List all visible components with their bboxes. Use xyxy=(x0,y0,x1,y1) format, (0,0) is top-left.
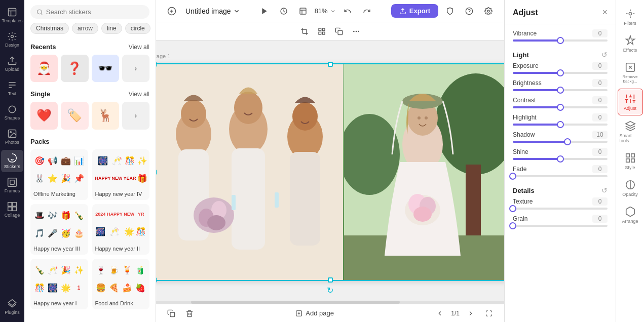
horizontal-scrollbar[interactable] xyxy=(156,301,504,304)
pack-name: Happy new year I xyxy=(30,299,88,309)
svg-point-40 xyxy=(207,215,225,230)
canvas-wrapper: Page 1 xyxy=(156,41,504,304)
settings-icon[interactable] xyxy=(481,4,496,19)
fit-screen-button[interactable] xyxy=(482,306,496,320)
sidebar-item-text[interactable]: Text xyxy=(1,77,23,99)
rotate-handle[interactable]: ↻ xyxy=(325,285,335,295)
brightness-slider[interactable] xyxy=(513,89,608,91)
redo-button[interactable] xyxy=(359,4,374,19)
tag-line[interactable]: line xyxy=(101,23,122,34)
tag-christmas[interactable]: Christmas xyxy=(30,23,69,34)
sticker-item[interactable]: 🕶️ xyxy=(92,55,119,82)
sidebar-item-templates[interactable]: Templates xyxy=(1,4,23,26)
undo-button[interactable] xyxy=(340,4,355,19)
highlight-slider[interactable] xyxy=(513,124,608,126)
timer-icon[interactable] xyxy=(276,4,291,19)
adjust-title: Adjust xyxy=(513,8,538,17)
sticker-item[interactable]: 🎅 xyxy=(30,55,58,82)
arrange-button[interactable]: Arrange xyxy=(618,202,643,228)
adjust-close-button[interactable]: × xyxy=(602,7,608,18)
sticker-next[interactable]: › xyxy=(122,55,149,82)
chevron-down-icon xyxy=(233,8,240,15)
sidebar-item-shapes[interactable]: Shapes xyxy=(1,101,23,124)
opacity-button[interactable]: Opacity xyxy=(618,175,643,201)
sidebar-item-collage[interactable]: Collage xyxy=(1,198,23,221)
remove-bg-button[interactable]: Remove backg... xyxy=(618,58,643,88)
filters-button[interactable]: Filters xyxy=(618,4,643,30)
add-page-button[interactable]: Add page xyxy=(290,307,339,319)
more-icon[interactable] xyxy=(349,24,363,38)
collage-image-left[interactable] xyxy=(156,63,343,281)
collage-image-right[interactable] xyxy=(343,63,505,281)
svg-point-55 xyxy=(418,116,421,119)
doc-title[interactable]: Untitled image xyxy=(185,7,240,15)
texture-slider[interactable] xyxy=(513,208,608,210)
sidebar-item-plugins[interactable]: Plugins xyxy=(1,296,23,318)
prev-page-button[interactable] xyxy=(433,306,447,320)
layout-icon[interactable] xyxy=(295,4,311,19)
svg-point-17 xyxy=(487,10,489,12)
shield-icon[interactable] xyxy=(442,4,458,19)
light-reset-button[interactable]: ↺ xyxy=(601,51,608,59)
vibrance-slider[interactable] xyxy=(513,39,608,42)
shadow-slider[interactable] xyxy=(513,141,608,143)
effects-button[interactable]: Effects xyxy=(618,31,643,57)
single-view-all[interactable]: View all xyxy=(129,91,149,98)
canvas-scroll[interactable]: Page 1 xyxy=(156,41,504,304)
crop-icon[interactable] xyxy=(297,24,312,38)
texture-value: 0 xyxy=(592,197,608,206)
pack-happy-new-year-iii[interactable]: 🎩🎶 🎁🍾 🎵🎤 🥳🎂 Happy new year III xyxy=(30,204,88,255)
exposure-slider[interactable] xyxy=(513,72,608,74)
sticker-item[interactable]: 🏷️ xyxy=(61,102,88,129)
search-input[interactable] xyxy=(46,8,143,16)
sticker-item[interactable]: 🦌 xyxy=(92,102,119,129)
contrast-label: Contrast xyxy=(513,97,536,104)
search-input-wrap[interactable] xyxy=(30,5,149,19)
pack-name: Happy new year III xyxy=(30,245,88,255)
exposure-row: Exposure 0 xyxy=(513,62,608,74)
sidebar-item-design[interactable]: Design xyxy=(1,28,23,51)
scroll-thumb[interactable] xyxy=(191,301,400,304)
zoom-control[interactable]: 81% xyxy=(315,7,336,15)
play-button[interactable] xyxy=(257,4,272,19)
sidebar-item-upload[interactable]: Upload xyxy=(1,53,23,75)
shine-slider[interactable] xyxy=(513,158,608,160)
svg-rect-63 xyxy=(626,159,629,162)
tag-circle[interactable]: circle xyxy=(125,23,150,34)
copy-icon[interactable] xyxy=(332,24,346,38)
sidebar-item-photos[interactable]: Photos xyxy=(1,126,23,148)
canvas-page[interactable]: ↻ xyxy=(156,63,504,281)
single-header: Single View all xyxy=(30,85,149,102)
delete-page-button[interactable] xyxy=(182,306,197,320)
fade-slider[interactable] xyxy=(513,175,608,177)
sticker-item[interactable]: ❓ xyxy=(61,55,88,82)
style-button[interactable]: Style xyxy=(618,148,643,174)
help-icon[interactable] xyxy=(462,4,477,19)
top-toolbar: Untitled image 81% xyxy=(156,0,504,22)
grain-slider[interactable] xyxy=(513,225,608,227)
svg-rect-10 xyxy=(13,207,17,211)
pack-happy-new-year-iv[interactable]: 🎆🥂 🎊✨ HAPPYNEW YEAR🎁 Happy new year IV xyxy=(92,149,150,200)
home-icon[interactable] xyxy=(164,4,179,19)
next-page-button[interactable] xyxy=(464,306,478,320)
sticker-item[interactable]: ❤️ xyxy=(30,102,58,129)
tag-arrow[interactable]: arrow xyxy=(72,23,98,34)
contrast-slider[interactable] xyxy=(513,106,608,108)
sticker-next[interactable]: › xyxy=(122,102,149,129)
page-number: 1/1 xyxy=(451,310,460,317)
pack-offline-marketing[interactable]: 🎯📢 💼📊 🐰⭐ 🎉📌 Offline Marketing xyxy=(30,149,88,200)
pack-food-drink[interactable]: 🍷🍺 🍹🧃 🍔🍕 🍰🍓 Food and Drink xyxy=(92,259,150,309)
export-button[interactable]: Export xyxy=(391,4,438,18)
copy-page-button[interactable] xyxy=(164,306,178,320)
recents-view-all[interactable]: View all xyxy=(129,44,149,51)
pack-happy-new-year-ii[interactable]: 2024 HAPPY NEW YR 🎆🥂 🌟🎊 Happy new year I… xyxy=(92,204,150,255)
smart-tools-button[interactable]: Smart tools xyxy=(618,116,643,147)
details-reset-button[interactable]: ↺ xyxy=(601,186,608,194)
adjust-button[interactable]: Adjust xyxy=(618,89,643,115)
grid-icon[interactable] xyxy=(315,24,329,38)
pack-happy-new-year-i[interactable]: 🍾🥂 🎉✨ 🎊🎆 🌟1 Happy new year I xyxy=(30,259,88,309)
svg-rect-18 xyxy=(319,28,321,31)
svg-point-32 xyxy=(234,92,262,124)
sidebar-item-stickers[interactable]: Stickers xyxy=(1,150,23,172)
sidebar-item-frames[interactable]: Frames xyxy=(1,174,23,196)
